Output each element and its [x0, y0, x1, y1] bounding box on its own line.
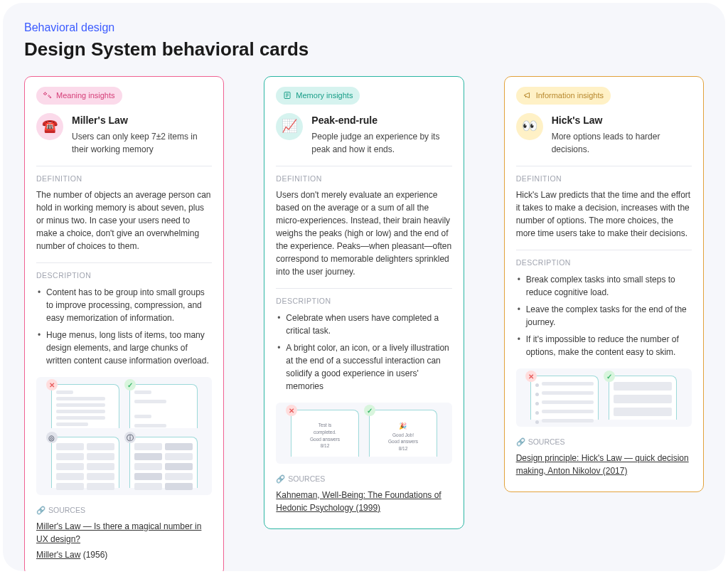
law-tagline: Users can only keep 7±2 items in their w…	[72, 130, 212, 156]
sources-list: Kahneman, Well-Being: The Foundations of…	[276, 489, 451, 514]
law-title: Miller's Law	[72, 113, 212, 128]
definition-label: DEFINITION	[276, 174, 451, 185]
badge-meaning-insights: Meaning insights	[36, 87, 122, 105]
party-icon: 🎉	[374, 422, 432, 432]
sources-list: Miller's Law — Is there a magical number…	[36, 520, 212, 561]
chart-icon: 📈	[276, 113, 303, 140]
eyes-icon: 👀	[516, 113, 543, 140]
wand-icon	[43, 91, 52, 100]
law-tagline: People judge an experience by its peak a…	[311, 130, 451, 156]
definition-text: Hick's Law predicts that the time and th…	[516, 188, 692, 240]
check-icon: ✓	[124, 379, 136, 390]
megaphone-icon	[523, 91, 532, 100]
card-header: 👀 Hick's Law More options leads to harde…	[516, 113, 692, 156]
divider	[276, 166, 451, 166]
description-list: Celebrate when users have completed a cr…	[276, 312, 451, 393]
divider	[276, 288, 451, 289]
close-icon: ✕	[46, 379, 58, 390]
cards-row: Meaning insights ☎️ Miller's Law Users c…	[24, 76, 704, 571]
page-canvas: Behavioral design Design System behavior…	[3, 3, 725, 571]
badge-information-insights: Information insights	[516, 87, 611, 105]
sources-label: 🔗 SOURCES	[36, 505, 212, 516]
example-good: ✓ 🎉 Good Job! Good answers 8/12	[369, 410, 437, 457]
example-info-2: ⓘ	[129, 437, 198, 488]
definition-text: Users don't merely evaluate an experienc…	[276, 188, 451, 278]
example-bad: ✕	[530, 376, 599, 420]
badge-memory-insights: Memory insights	[276, 87, 360, 105]
source-link[interactable]: Kahneman, Well-Being: The Foundations of…	[276, 490, 441, 513]
card-hicks-law: Information insights 👀 Hick's Law More o…	[504, 76, 704, 492]
divider	[36, 166, 212, 166]
source-link[interactable]: Miller's Law — Is there a magical number…	[36, 521, 201, 544]
source-link[interactable]: Design principle: Hick's Law — quick dec…	[516, 453, 689, 476]
note-icon	[283, 91, 291, 100]
card-peak-end-rule: Memory insights 📈 Peak-end-rule People j…	[264, 76, 464, 529]
card-millers-law: Meaning insights ☎️ Miller's Law Users c…	[24, 76, 224, 571]
example-good: ✓	[609, 376, 677, 420]
illustration: ✕ Test is completed. Good answers 8/12 ✓…	[276, 403, 451, 464]
source-link[interactable]: Miller's Law	[36, 550, 80, 560]
eyebrow: Behavioral design	[24, 21, 704, 34]
link-icon: 🔗	[36, 505, 46, 516]
list-item: If it's impossible to reduce the number …	[518, 333, 692, 358]
description-list: Content has to be group into small group…	[36, 286, 212, 367]
check-icon: ✓	[364, 405, 375, 416]
description-label: DESCRIPTION	[36, 270, 212, 282]
link-icon: 🔗	[276, 474, 285, 485]
sources-list: Design principle: Hick's Law — quick dec…	[516, 452, 692, 477]
sources-label: 🔗 SOURCES	[276, 474, 451, 485]
list-item: Leave the complex tasks for the end of t…	[518, 303, 692, 329]
eye-icon: ◎	[46, 432, 58, 443]
list-item: Break complex tasks into small steps to …	[518, 273, 692, 299]
close-icon: ✕	[525, 371, 537, 382]
badge-label: Meaning insights	[56, 90, 115, 102]
card-header: ☎️ Miller's Law Users can only keep 7±2 …	[36, 113, 212, 156]
list-item: Huge menus, long lists of items, too man…	[38, 329, 212, 367]
sources-label: 🔗 SOURCES	[516, 437, 692, 448]
page-title: Design System behavioral cards	[24, 38, 704, 60]
check-icon: ✓	[604, 371, 615, 382]
badge-label: Memory insights	[296, 90, 353, 102]
list-item: A bright color, an icon, or a lively ill…	[277, 341, 451, 393]
description-label: DESCRIPTION	[276, 296, 451, 307]
source-suffix: (1956)	[80, 550, 107, 560]
description-label: DESCRIPTION	[516, 257, 692, 269]
phone-icon: ☎️	[36, 113, 63, 140]
link-icon: 🔗	[516, 437, 525, 448]
illustration: ✕ ✓	[36, 377, 212, 495]
definition-label: DEFINITION	[516, 174, 692, 185]
example-good: ✓	[129, 384, 198, 428]
list-item: Content has to be group into small group…	[38, 286, 212, 324]
card-header: 📈 Peak-end-rule People judge an experien…	[276, 113, 451, 156]
illustration: ✕ ✓	[516, 368, 692, 427]
divider	[516, 250, 692, 250]
divider	[516, 166, 692, 166]
description-list: Break complex tasks into small steps to …	[516, 273, 692, 358]
law-title: Peak-end-rule	[311, 113, 451, 128]
close-icon: ✕	[286, 405, 297, 416]
example-bad: ✕ Test is completed. Good answers 8/12	[291, 410, 359, 457]
law-tagline: More options leads to harder decisions.	[552, 130, 692, 156]
info-icon: ⓘ	[124, 432, 136, 443]
definition-text: The number of objects an average person …	[36, 188, 212, 253]
list-item: Celebrate when users have completed a cr…	[277, 312, 451, 337]
divider	[36, 262, 212, 263]
definition-label: DEFINITION	[36, 174, 212, 185]
badge-label: Information insights	[536, 90, 604, 102]
law-title: Hick's Law	[552, 113, 692, 128]
example-bad: ✕	[51, 384, 119, 428]
example-info-1: ◎	[51, 437, 119, 488]
